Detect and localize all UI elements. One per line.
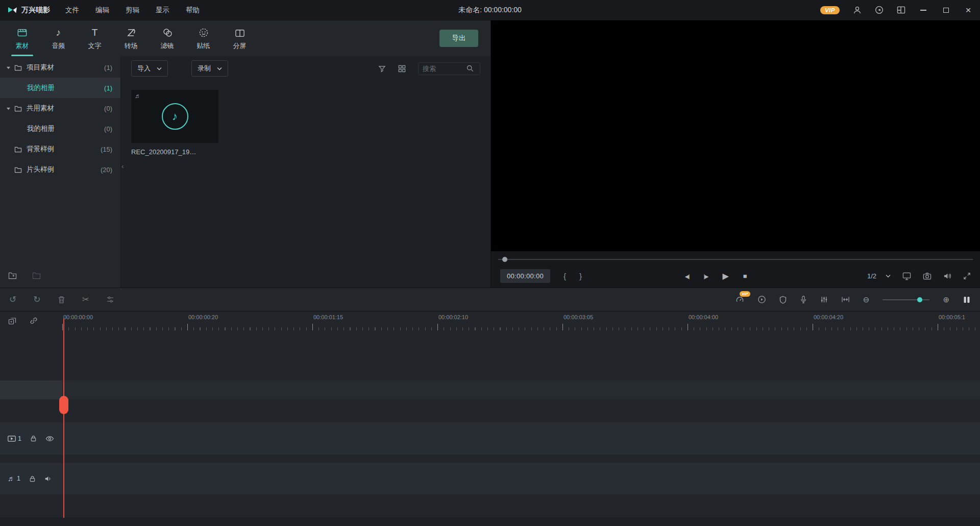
link-clips-icon[interactable] <box>30 317 38 325</box>
toggle-visibility-icon[interactable] <box>45 435 54 442</box>
project-title: 未命名: 00:00:00:00 <box>458 6 522 15</box>
tab-transition[interactable]: 转场 <box>113 20 149 56</box>
audio-file-icon: ♬ <box>135 92 141 100</box>
track-height-icon[interactable] <box>963 296 971 304</box>
menu-view[interactable]: 显示 <box>156 6 169 15</box>
sidebar-item-background-samples[interactable]: 背景样例 (15) <box>0 139 120 159</box>
undo-button[interactable]: ↺ <box>9 294 16 305</box>
minimize-button[interactable] <box>919 6 928 15</box>
tab-text[interactable]: T 文字 <box>77 20 113 56</box>
timeline-bottom-strip <box>0 517 980 526</box>
tab-media[interactable]: 素材 <box>4 20 40 56</box>
mark-in-button[interactable]: { <box>564 272 566 280</box>
snapshot-camera-icon[interactable] <box>923 272 932 280</box>
media-item[interactable]: ♬ ♪ REC_20200917_19… <box>131 90 218 156</box>
playhead-cut-handle[interactable] <box>59 396 68 414</box>
ruler-label: 00:00:03:05 <box>564 314 593 320</box>
delete-button[interactable] <box>58 296 65 304</box>
app-window: 万兴喵影 文件 编辑 剪辑 显示 帮助 未命名: 00:00:00:00 VIP… <box>0 0 980 526</box>
user-account-icon[interactable] <box>853 6 862 14</box>
record-voiceover-icon[interactable] <box>800 295 807 304</box>
tab-audio[interactable]: ♪ 音频 <box>40 20 77 56</box>
sidebar-item-label: 项目素材 <box>27 63 54 72</box>
split-scissors-button[interactable]: ✂ <box>82 294 89 305</box>
timeline-playhead[interactable] <box>63 319 64 518</box>
maximize-button[interactable] <box>941 6 950 15</box>
preview-quality-dropdown[interactable]: 1/2 <box>867 272 891 280</box>
delete-folder-button[interactable] <box>32 272 41 279</box>
caret-down-icon[interactable] <box>6 106 14 111</box>
edit-toolbar: ↺ ↻ ✂ VIP <box>0 288 980 312</box>
volume-icon[interactable] <box>943 272 951 280</box>
vip-badge[interactable]: VIP <box>820 6 840 14</box>
media-browser: ‹ 导入 录制 <box>120 56 491 288</box>
lock-track-icon[interactable] <box>29 475 36 482</box>
feedback-icon[interactable] <box>875 6 884 14</box>
search-field[interactable] <box>418 62 480 75</box>
play-render-button[interactable] <box>757 295 766 304</box>
grid-view-icon[interactable] <box>398 65 406 73</box>
previous-frame-button[interactable]: ◀| <box>685 273 690 279</box>
sidebar-item-my-album-shared[interactable]: 我的相册 (0) <box>0 118 120 139</box>
menu-file[interactable]: 文件 <box>65 6 79 15</box>
import-dropdown[interactable]: 导入 <box>131 60 168 77</box>
menu-clip[interactable]: 剪辑 <box>126 6 139 15</box>
mark-out-button[interactable]: } <box>579 272 582 280</box>
sidebar-item-shared-media[interactable]: 共用素材 (0) <box>0 98 120 118</box>
mute-track-icon[interactable] <box>44 475 52 482</box>
audio-mixer-icon[interactable] <box>820 296 828 303</box>
render-preview-button[interactable]: VIP <box>736 295 744 304</box>
sidebar-item-my-album[interactable]: 我的相册 (1) <box>0 78 120 98</box>
sidebar-item-project-media[interactable]: 项目素材 (1) <box>0 57 120 78</box>
play-button[interactable]: ▶ <box>722 271 728 281</box>
ripple-edit-icon[interactable] <box>841 296 850 303</box>
filter-icon[interactable] <box>378 65 386 73</box>
text-tab-icon: T <box>92 27 98 38</box>
library-tabs: 素材 ♪ 音频 T 文字 转场 滤镜 <box>0 20 491 56</box>
next-frame-button[interactable]: |▶ <box>704 273 708 279</box>
filter-tab-icon <box>162 27 173 38</box>
zoom-slider-handle[interactable] <box>917 297 922 302</box>
workspace-layout-icon[interactable] <box>897 6 905 14</box>
tab-label: 分屏 <box>233 41 247 51</box>
lock-track-icon[interactable] <box>30 435 37 442</box>
menu-edit[interactable]: 编辑 <box>95 6 109 15</box>
tab-splitscreen[interactable]: 分屏 <box>222 20 258 56</box>
chevron-down-icon <box>157 67 162 70</box>
export-button[interactable]: 导出 <box>439 30 478 47</box>
redo-button[interactable]: ↻ <box>33 294 40 305</box>
tab-filter[interactable]: 滤镜 <box>149 20 185 56</box>
marker-shield-icon[interactable] <box>779 296 787 304</box>
audio-track[interactable]: ♬ 1 <box>0 463 980 494</box>
stop-button[interactable]: ■ <box>743 272 747 280</box>
seekbar-track[interactable] <box>498 259 973 260</box>
preview-seekbar[interactable] <box>498 256 973 262</box>
sidebar-item-intro-samples[interactable]: 片头样例 (20) <box>0 159 120 180</box>
timeline-zoom-slider[interactable] <box>883 299 929 300</box>
zoom-in-button[interactable]: ⊕ <box>943 295 949 304</box>
search-input[interactable] <box>423 65 463 73</box>
ruler-label: 00:00:00:20 <box>188 314 218 320</box>
menu-help[interactable]: 帮助 <box>186 6 200 15</box>
tab-sticker[interactable]: 贴纸 <box>185 20 222 56</box>
music-disc-icon: ♪ <box>162 103 188 130</box>
timeline-ruler[interactable]: 00:00:00:00 00:00:00:20 00:00:01:15 00:0… <box>62 312 980 332</box>
collapse-sidebar-icon[interactable]: ‹ <box>121 162 124 170</box>
transition-tab-icon <box>126 27 136 38</box>
import-label: 导入 <box>137 64 151 73</box>
display-device-icon[interactable] <box>902 272 911 280</box>
caret-down-icon[interactable] <box>6 65 14 70</box>
close-button[interactable]: × <box>964 6 973 15</box>
preview-video-area <box>491 20 980 251</box>
zoom-out-button[interactable]: ⊖ <box>863 295 870 304</box>
fullscreen-icon[interactable] <box>963 272 971 280</box>
video-track[interactable]: 1 <box>0 422 980 455</box>
seekbar-handle[interactable] <box>502 257 507 262</box>
new-folder-button[interactable] <box>8 272 17 279</box>
manage-tracks-icon[interactable] <box>8 317 16 325</box>
record-dropdown[interactable]: 录制 <box>191 60 228 77</box>
tab-label: 素材 <box>16 41 29 51</box>
crop-adjust-button[interactable] <box>106 296 114 303</box>
media-thumbnail[interactable]: ♬ ♪ <box>131 90 218 143</box>
record-label: 录制 <box>198 64 211 73</box>
